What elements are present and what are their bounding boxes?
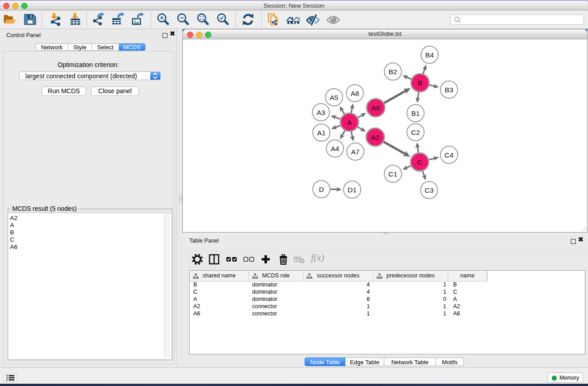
svg-text:A1: A1 xyxy=(317,129,326,137)
svg-text:C: C xyxy=(417,158,422,166)
svg-text:C4: C4 xyxy=(445,151,454,159)
svg-text:B3: B3 xyxy=(445,86,454,94)
svg-text:D: D xyxy=(319,186,324,193)
svg-text:A: A xyxy=(347,119,352,126)
svg-text:C1: C1 xyxy=(388,170,397,178)
svg-text:A8: A8 xyxy=(351,90,359,97)
svg-text:B4: B4 xyxy=(425,51,434,59)
svg-text:A4: A4 xyxy=(331,145,339,152)
svg-text:A5: A5 xyxy=(330,94,339,101)
svg-text:A2: A2 xyxy=(371,133,380,141)
svg-text:D1: D1 xyxy=(348,186,357,194)
svg-text:C2: C2 xyxy=(411,129,420,136)
svg-text:A7: A7 xyxy=(351,148,360,156)
svg-text:A6: A6 xyxy=(372,104,380,112)
svg-text:B: B xyxy=(418,79,422,87)
svg-text:B2: B2 xyxy=(389,68,397,76)
svg-text:C3: C3 xyxy=(425,186,434,194)
svg-text:A3: A3 xyxy=(317,109,325,116)
svg-text:B1: B1 xyxy=(411,110,420,117)
